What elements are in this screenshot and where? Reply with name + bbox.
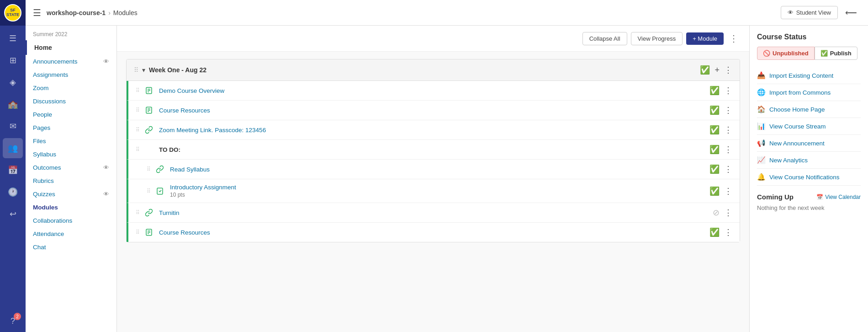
- left-nav: Summer 2022 Home Announcements 👁 Assignm…: [26, 26, 117, 332]
- sidebar-item-people[interactable]: People: [26, 108, 116, 121]
- item-options-button[interactable]: ⋮: [724, 208, 732, 218]
- item-drag-handle[interactable]: ⠿: [147, 188, 151, 194]
- clock-nav-icon[interactable]: 🕐: [3, 182, 23, 202]
- calendar-nav-icon[interactable]: 📅: [3, 160, 23, 180]
- hamburger-nav-icon[interactable]: ☰: [3, 28, 23, 48]
- item-drag-handle[interactable]: ⠿: [136, 127, 140, 133]
- hamburger-button[interactable]: ☰: [33, 7, 41, 18]
- sidebar-item-zoom[interactable]: Zoom: [26, 81, 116, 95]
- attendance-label: Attendance: [33, 230, 64, 237]
- item-title[interactable]: Course Resources: [159, 107, 709, 114]
- item-options-button[interactable]: ⋮: [724, 186, 732, 196]
- sidebar-item-home[interactable]: Home: [26, 40, 116, 55]
- sidebar-item-collaborations[interactable]: Collaborations: [26, 214, 116, 227]
- icon-sidebar: SFSTATE ☰ ⊞ ◈ 🏫 ✉ 👥 📅 🕐 ↩ ? 2: [0, 0, 26, 332]
- unpublished-button[interactable]: 🚫 Unpublished: [757, 47, 815, 60]
- module-toggle[interactable]: ▾: [142, 66, 145, 74]
- publish-button[interactable]: ✅ Publish: [815, 47, 857, 60]
- choose-home-page-action[interactable]: 🏠 Choose Home Page: [757, 101, 861, 118]
- item-published-icon: ✅: [709, 86, 720, 96]
- top-bar: ☰ workshop-course-1 › Modules 👁 Student …: [26, 0, 868, 26]
- item-options-button[interactable]: ⋮: [724, 125, 732, 135]
- sidebar-item-pages[interactable]: Pages: [26, 121, 116, 134]
- item-text: TO DO:: [159, 146, 709, 153]
- view-calendar-link[interactable]: 📅 View Calendar: [816, 194, 861, 200]
- sidebar-item-assignments[interactable]: Assignments: [26, 68, 116, 81]
- courses-nav-icon[interactable]: 🏫: [3, 94, 23, 114]
- sidebar-item-outcomes[interactable]: Outcomes 👁: [26, 161, 116, 174]
- people-label: People: [33, 111, 52, 118]
- view-course-notifications-action[interactable]: 🔔 View Course Notifications: [757, 169, 861, 186]
- rubrics-label: Rubrics: [33, 177, 54, 184]
- item-options-button[interactable]: ⋮: [724, 164, 732, 174]
- student-view-label: Student View: [796, 9, 831, 16]
- people-nav-icon[interactable]: 👥: [3, 138, 23, 158]
- item-options-button[interactable]: ⋮: [724, 145, 732, 155]
- item-drag-handle[interactable]: ⠿: [136, 209, 140, 216]
- module-options-button[interactable]: ⋮: [724, 65, 732, 75]
- item-text: Introductory Assignment 10 pts: [170, 184, 709, 198]
- item-published-icon: ✅: [709, 164, 720, 174]
- coming-up-section: Coming Up 📅 View Calendar Nothing for th…: [757, 193, 861, 211]
- analytics-icon: 📈: [757, 156, 766, 164]
- sidebar-item-quizzes[interactable]: Quizzes 👁: [26, 187, 116, 201]
- collapse-all-button[interactable]: Collapse All: [582, 32, 627, 45]
- sidebar-item-files[interactable]: Files: [26, 134, 116, 148]
- item-title[interactable]: Turnitin: [159, 209, 713, 216]
- sidebar-item-syllabus[interactable]: Syllabus: [26, 148, 116, 161]
- sf-state-logo: SFSTATE: [4, 4, 21, 21]
- help-nav-icon[interactable]: ? 2: [3, 311, 23, 331]
- collapse-sidebar-button[interactable]: ⟵: [842, 6, 861, 20]
- import-from-commons-action[interactable]: 🌐 Import from Commons: [757, 84, 861, 101]
- item-drag-handle[interactable]: ⠿: [136, 87, 140, 94]
- inbox-nav-icon[interactable]: ✉: [3, 116, 23, 136]
- item-title[interactable]: Introductory Assignment: [170, 184, 709, 191]
- outcomes-label: Outcomes: [33, 164, 61, 171]
- item-text: Course Resources: [159, 107, 709, 114]
- item-drag-handle[interactable]: ⠿: [136, 107, 140, 113]
- new-announcement-action[interactable]: 📢 New Announcement: [757, 135, 861, 152]
- assignment-icon: [154, 187, 165, 195]
- item-text: Demo Course Overview: [159, 87, 709, 94]
- view-progress-button[interactable]: View Progress: [631, 32, 683, 45]
- import-commons-label: Import from Commons: [769, 89, 831, 96]
- item-options-button[interactable]: ⋮: [724, 227, 732, 237]
- import-existing-content-action[interactable]: 📥 Import Existing Content: [757, 67, 861, 84]
- sidebar-item-chat[interactable]: Chat: [26, 241, 116, 254]
- modules-toolbar: Collapse All View Progress + Module ⋮: [117, 26, 749, 52]
- new-analytics-action[interactable]: 📈 New Analytics: [757, 152, 861, 169]
- bookmark-nav-icon[interactable]: ◈: [3, 72, 23, 92]
- item-title[interactable]: Demo Course Overview: [159, 87, 709, 94]
- student-view-button[interactable]: 👁 Student View: [781, 6, 838, 19]
- link-icon: [143, 126, 154, 134]
- toolbar-more-options-button[interactable]: ⋮: [727, 31, 740, 46]
- undo-nav-icon[interactable]: ↩: [3, 204, 23, 224]
- item-title[interactable]: Read Syllabus: [170, 166, 709, 173]
- item-drag-handle[interactable]: ⠿: [136, 146, 140, 153]
- course-stream-label: View Course Stream: [769, 123, 826, 130]
- item-text: Course Resources: [159, 229, 709, 236]
- item-drag-handle[interactable]: ⠿: [136, 229, 140, 236]
- module-drag-handle[interactable]: ⠿: [134, 66, 138, 74]
- sidebar-item-rubrics[interactable]: Rubrics: [26, 174, 116, 187]
- sidebar-item-announcements[interactable]: Announcements 👁: [26, 55, 116, 68]
- item-subtitle: 10 pts: [170, 192, 709, 198]
- announcements-visibility-icon: 👁: [103, 58, 109, 65]
- svg-rect-8: [157, 188, 163, 194]
- module-add-item-button[interactable]: +: [715, 65, 720, 75]
- dashboard-nav-icon[interactable]: ⊞: [3, 50, 23, 70]
- module-header: ⠿ ▾ Week One - Aug 22 ✅ + ⋮: [127, 59, 740, 81]
- add-module-button[interactable]: + Module: [686, 32, 724, 45]
- sidebar-item-attendance[interactable]: Attendance: [26, 227, 116, 241]
- item-title[interactable]: Zoom Meeting Link. Passcode: 123456: [159, 127, 709, 134]
- item-options-button[interactable]: ⋮: [724, 105, 732, 115]
- item-title[interactable]: Course Resources: [159, 229, 709, 236]
- announcement-icon: 📢: [757, 139, 766, 147]
- sidebar-item-modules[interactable]: Modules: [26, 201, 116, 214]
- course-name[interactable]: workshop-course-1: [47, 9, 106, 16]
- view-course-stream-action[interactable]: 📊 View Course Stream: [757, 118, 861, 135]
- sidebar-item-discussions[interactable]: Discussions: [26, 95, 116, 108]
- term-label: Summer 2022: [26, 26, 116, 40]
- item-options-button[interactable]: ⋮: [724, 86, 732, 96]
- item-drag-handle[interactable]: ⠿: [147, 166, 151, 172]
